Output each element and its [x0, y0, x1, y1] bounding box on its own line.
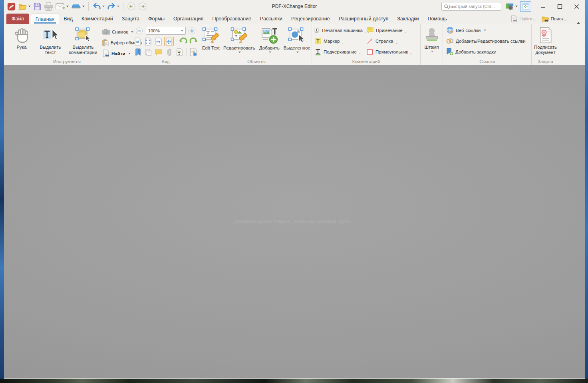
scan-button[interactable] — [70, 1, 85, 12]
stamp-button[interactable]: Штамп — [421, 26, 443, 65]
attachments-panel-button[interactable] — [164, 48, 174, 57]
tab-bookmarks[interactable]: Закладки — [393, 14, 423, 24]
zoom-level-select[interactable]: 100% — [146, 27, 186, 35]
forward-button[interactable] — [137, 1, 148, 12]
content-panel-button[interactable] — [175, 48, 184, 57]
rectangle-tool-button[interactable]: Прямоугольник — [366, 46, 411, 57]
titlebar: PDF-XChange Editor — [4, 0, 585, 13]
rotate-ccw-button[interactable] — [178, 37, 188, 46]
select-comments-label: Выделить комментарии — [65, 45, 101, 55]
chevron-down-icon — [181, 30, 183, 32]
chevron-down-icon — [515, 6, 518, 7]
chevron-down-icon — [238, 52, 241, 53]
tab-share[interactable]: Рассылки — [256, 14, 287, 24]
chevron-down-icon — [117, 6, 119, 7]
open-button[interactable] — [17, 1, 32, 12]
thumbnails-panel-button[interactable] — [143, 48, 153, 57]
dropdown-corner-icon — [395, 43, 397, 44]
tab-organize[interactable]: Организация — [169, 14, 208, 24]
close-button[interactable] — [568, 1, 585, 12]
group-inner-separator — [176, 37, 176, 46]
underline-label: Подчеркивание — [324, 50, 357, 54]
add-bookmark-button[interactable]: Добавить закладку — [446, 46, 531, 57]
save-button[interactable] — [32, 1, 42, 12]
print-button[interactable] — [43, 1, 54, 12]
tab-file[interactable]: Файл — [6, 14, 29, 24]
zoom-in-button[interactable] — [187, 26, 197, 36]
tab-review[interactable]: Рецензирование — [287, 14, 334, 24]
rotate-cw-button[interactable] — [189, 37, 198, 46]
collapse-ribbon-button[interactable] — [574, 14, 582, 23]
add-objects-icon — [260, 27, 278, 44]
minimize-button[interactable] — [534, 1, 551, 12]
search-icon — [444, 4, 449, 9]
rectangle-tool-label: Прямоугольник — [375, 50, 408, 54]
search-folder-icon — [541, 15, 549, 22]
edit-objects-icon — [230, 27, 248, 44]
find-tool-label: Найти — [111, 51, 125, 56]
maximize-button[interactable] — [551, 1, 568, 12]
selected-objects-icon — [288, 27, 306, 44]
arrow-tool-button[interactable]: Стрелка — [366, 36, 411, 46]
hand-icon — [13, 27, 30, 44]
certificate-icon — [538, 27, 554, 44]
back-button[interactable] — [126, 1, 137, 12]
tab-comment[interactable]: Комментарий — [77, 14, 117, 24]
highlight-button[interactable]: Маркер — [314, 36, 366, 46]
undo-button[interactable] — [91, 1, 105, 12]
titlebar-right — [441, 0, 585, 13]
search-button[interactable]: Поиск... — [540, 14, 569, 23]
chevron-down-icon — [484, 30, 486, 31]
tab-protect[interactable]: Защита — [117, 14, 144, 24]
tab-home[interactable]: Главная — [31, 14, 60, 24]
tab-forms[interactable]: Формы — [144, 14, 169, 24]
group-tools-label: Инструменты — [4, 59, 130, 64]
tab-convert[interactable]: Преобразование — [208, 14, 256, 24]
group-comment-label: Комментарий — [312, 59, 420, 64]
find-button[interactable]: Найти... — [509, 14, 538, 23]
camera-icon — [102, 29, 110, 35]
zoom-out-button[interactable] — [135, 26, 144, 36]
chevron-down-icon — [82, 6, 85, 7]
window-title: PDF-XChange Editor — [272, 4, 317, 9]
note-icon — [366, 27, 374, 34]
tab-help[interactable]: Помощь — [423, 14, 451, 24]
tab-view[interactable]: Вид — [59, 14, 77, 24]
search-input[interactable] — [449, 4, 496, 9]
dropdown-corner-icon — [405, 32, 406, 33]
document-area[interactable]: Документ можно открыть двойным щелчком з… — [4, 65, 585, 378]
add-bookmark-label: Добавить закладку — [455, 50, 496, 54]
bookmark-plus-icon — [446, 48, 453, 56]
tab-accessibility[interactable]: Расширенный доступ — [334, 14, 393, 24]
toolbar-separator — [88, 2, 89, 11]
actual-size-button[interactable] — [133, 37, 143, 46]
bookmarks-panel-button[interactable] — [133, 48, 143, 57]
add-edit-links-button[interactable]: Добавить/Редактировать ссылки — [446, 36, 531, 46]
group-objects-label: Объекты — [201, 59, 312, 64]
snapshot-label: Снимок — [112, 30, 128, 34]
highlight-icon — [314, 38, 322, 45]
ribbon-tab-bar: Файл Главная Вид Комментарий Защита Форм… — [4, 13, 585, 24]
chevron-down-icon — [269, 52, 271, 53]
fit-visible-button[interactable] — [164, 37, 174, 46]
fit-width-button[interactable] — [154, 37, 163, 46]
desktop-edge-left — [0, 0, 4, 383]
select-comments-icon — [75, 27, 91, 44]
dropdown-corner-icon — [342, 43, 343, 44]
fit-page-button[interactable] — [143, 37, 153, 46]
group-view: 100% — [130, 24, 201, 65]
ui-options-button[interactable] — [505, 1, 518, 12]
quick-launch-search[interactable] — [441, 2, 501, 11]
typewriter-button[interactable]: Печатная машинка — [314, 25, 366, 36]
redo-button[interactable] — [106, 1, 120, 12]
properties-panel-button[interactable] — [189, 48, 198, 57]
underline-button[interactable]: Подчеркивание — [314, 46, 366, 57]
web-links-button[interactable]: Веб-ссылки — [446, 25, 531, 36]
comments-panel-button[interactable] — [154, 48, 163, 57]
sticky-note-button[interactable]: Примечание — [366, 25, 411, 36]
find-button-label: Найти... — [519, 16, 536, 21]
find-document-icon — [511, 15, 518, 22]
fullscreen-button[interactable] — [520, 1, 531, 12]
email-button[interactable] — [55, 1, 70, 12]
globe-icon — [446, 26, 454, 34]
